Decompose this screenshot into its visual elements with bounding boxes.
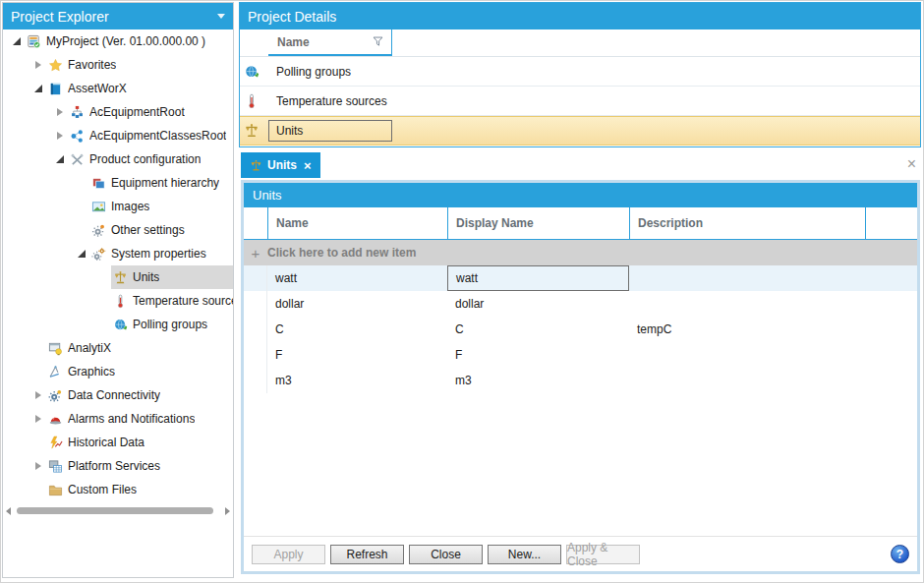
scroll-left-icon[interactable]: [6, 507, 11, 515]
filter-icon[interactable]: [372, 35, 384, 51]
unit-row-c[interactable]: CCtempC: [244, 317, 917, 342]
tree-item-units[interactable]: Units: [3, 265, 233, 289]
tree-item-acequipmentclassesroot[interactable]: AcEquipmentClassesRoot: [3, 124, 233, 147]
panel-close-icon[interactable]: ×: [907, 156, 921, 178]
units-display-name-column-header[interactable]: Display Name: [447, 207, 629, 239]
tree-item-temperature-sources[interactable]: Temperature sources: [3, 289, 233, 313]
units-grid-empty-area: [244, 393, 917, 536]
unit-name-cell[interactable]: dollar: [267, 291, 447, 317]
unit-name-cell[interactable]: m3: [267, 368, 447, 393]
close-button[interactable]: Close: [409, 545, 483, 564]
unit-display-name-cell[interactable]: dollar: [447, 291, 629, 317]
project-details-title: Project Details: [248, 9, 336, 25]
tree-item-data-connectivity[interactable]: Data Connectivity: [3, 383, 233, 407]
tree-item-myproject-ver-01-00-000-00[interactable]: MyProject (Ver. 01.00.000.00 ): [3, 29, 233, 53]
details-row-name-cell[interactable]: Polling groups: [268, 61, 392, 83]
expander-expanded-icon[interactable]: [9, 37, 25, 45]
project-details-panel: Project Details Name Polling groupsTempe…: [239, 2, 921, 147]
unit-display-name-cell[interactable]: watt: [447, 265, 629, 291]
expander-collapsed-icon[interactable]: [52, 132, 68, 140]
tree-item-images[interactable]: Images: [3, 195, 233, 218]
expander-collapsed-icon[interactable]: [30, 462, 46, 470]
details-row-name-cell[interactable]: Temperature sources: [268, 90, 392, 112]
tab-close-icon[interactable]: ×: [304, 158, 312, 173]
expander-expanded-icon[interactable]: [52, 155, 68, 163]
details-name-column-label: Name: [277, 35, 310, 49]
unit-description-cell[interactable]: [629, 368, 865, 393]
details-row-temperature-sources[interactable]: Temperature sources: [240, 87, 920, 116]
tree-item-polling-groups[interactable]: Polling groups: [3, 313, 233, 336]
units-grid-header: Name Display Name Description: [244, 207, 917, 240]
unit-row-filler: [865, 265, 917, 291]
expander-collapsed-icon[interactable]: [52, 108, 68, 116]
unit-description-cell[interactable]: [629, 265, 865, 291]
tree-item-content: AcEquipmentClassesRoot: [68, 124, 233, 147]
help-icon[interactable]: ?: [891, 545, 909, 563]
tree-item-product-configuration[interactable]: Product configuration: [3, 147, 233, 171]
units-description-column-header[interactable]: Description: [629, 207, 865, 239]
unit-description-cell[interactable]: tempC: [629, 317, 865, 342]
tree-item-other-settings[interactable]: Other settings: [3, 218, 233, 242]
tree-item-analytix[interactable]: AnalytiX: [3, 336, 233, 360]
scroll-right-icon[interactable]: [225, 507, 230, 515]
unit-description-cell[interactable]: [629, 342, 865, 368]
tree-item-historical-data[interactable]: Historical Data: [3, 431, 233, 454]
expander-collapsed-icon[interactable]: [30, 391, 46, 399]
refresh-button[interactable]: Refresh: [330, 545, 404, 564]
tree-item-label: System properties: [111, 247, 206, 261]
tree-item-content: Graphics: [46, 360, 233, 383]
tree-item-label: Favorites: [68, 58, 116, 72]
tree-item-system-properties[interactable]: System properties: [3, 242, 233, 265]
tree-item-label: AssetWorX: [68, 82, 127, 95]
unit-row-m3[interactable]: m3m3: [244, 368, 917, 393]
units-name-column-header[interactable]: Name: [267, 207, 447, 239]
unit-name-cell[interactable]: C: [267, 317, 447, 342]
image-icon: [91, 200, 106, 214]
unit-name-cell[interactable]: watt: [267, 265, 447, 291]
chevron-down-icon[interactable]: [217, 14, 225, 19]
unit-name-cell[interactable]: F: [267, 342, 447, 368]
tree-item-favorites[interactable]: Favorites: [3, 53, 233, 77]
expander-expanded-icon[interactable]: [30, 85, 46, 92]
new-button[interactable]: New...: [488, 545, 561, 564]
unit-row-watt[interactable]: wattwatt: [244, 265, 917, 291]
tree-item-alarms-and-notifications[interactable]: Alarms and Notifications: [3, 407, 233, 431]
units-grid-rows: wattwattdollardollarCCtempCFFm3m3: [244, 265, 917, 393]
unit-row-dollar[interactable]: dollardollar: [244, 291, 917, 317]
tree-item-assetworx[interactable]: AssetWorX: [3, 77, 233, 100]
tab-units[interactable]: Units ×: [241, 152, 320, 178]
details-row-units[interactable]: Units: [240, 116, 920, 146]
expander-collapsed-icon[interactable]: [30, 61, 46, 69]
unit-description-cell[interactable]: [629, 291, 865, 317]
tree-item-platform-services[interactable]: Platform Services: [3, 454, 233, 478]
unit-row-icon-cell: [244, 265, 267, 291]
tree-item-label: Data Connectivity: [68, 388, 160, 402]
unit-display-name-cell[interactable]: m3: [447, 368, 629, 393]
scrollbar-track[interactable]: [15, 507, 221, 514]
tree-item-label: Images: [111, 200, 149, 213]
alarm-icon: [48, 412, 63, 427]
star-icon: [48, 58, 63, 73]
tree-item-graphics[interactable]: Graphics: [3, 360, 233, 383]
units-panel: Units Name Display Name Description + Cl…: [241, 180, 920, 574]
tree-item-equipment-hierarchy[interactable]: Equipment hierarchy: [3, 171, 233, 195]
add-new-item-row[interactable]: + Click here to add new item: [244, 240, 917, 265]
details-row-name-cell[interactable]: Units: [268, 120, 392, 142]
expander-collapsed-icon[interactable]: [30, 415, 46, 423]
tree-item-label: Polling groups: [133, 318, 207, 331]
tree-item-label: Other settings: [111, 223, 185, 237]
folders-icon: [91, 176, 106, 191]
tree-item-custom-files[interactable]: Custom Files: [3, 478, 233, 501]
details-row-icon-cell: [240, 93, 268, 109]
scales-icon: [244, 123, 260, 139]
details-row-polling-groups[interactable]: Polling groups: [240, 57, 920, 87]
tree-item-content: Other settings: [89, 218, 233, 242]
details-name-column-header[interactable]: Name: [268, 29, 392, 56]
tree-item-acequipmentroot[interactable]: AcEquipmentRoot: [3, 100, 233, 124]
unit-display-name-cell[interactable]: F: [447, 342, 629, 368]
tree-item-content: AssetWorX: [46, 77, 233, 100]
scrollbar-thumb[interactable]: [17, 507, 213, 514]
unit-display-name-cell[interactable]: C: [447, 317, 629, 342]
expander-expanded-icon[interactable]: [74, 250, 89, 258]
unit-row-f[interactable]: FF: [244, 342, 917, 368]
